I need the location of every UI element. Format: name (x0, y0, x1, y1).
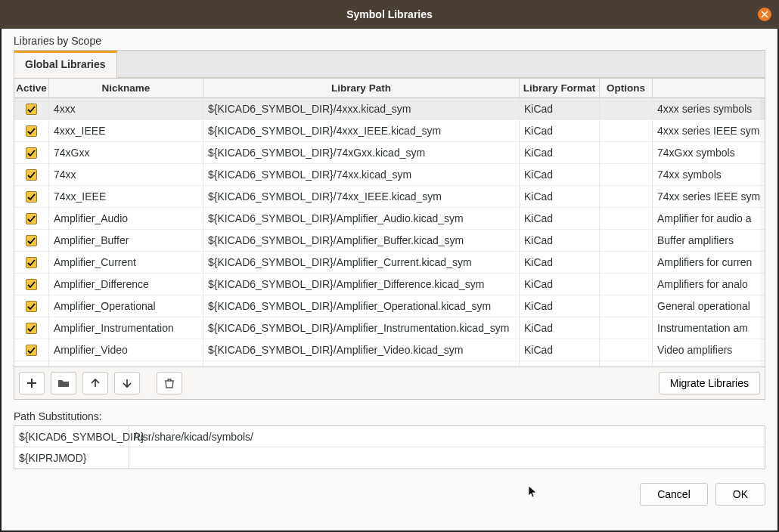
active-checkbox[interactable] (26, 323, 37, 334)
cell-path[interactable]: ${KICAD6_SYMBOL_DIR}/Amplifier_Current.k… (203, 252, 520, 273)
cell-options[interactable] (600, 361, 653, 367)
browse-button[interactable] (51, 372, 76, 394)
table-row[interactable]: 74xx${KICAD6_SYMBOL_DIR}/74xx.kicad_symK… (14, 164, 765, 186)
active-checkbox[interactable] (26, 104, 37, 115)
cell-description[interactable]: Amplifier for audio a (653, 208, 765, 229)
cell-options[interactable] (600, 339, 653, 360)
table-body[interactable]: 4xxx${KICAD6_SYMBOL_DIR}/4xxx.kicad_symK… (14, 98, 765, 367)
table-row[interactable]: Amplifier_Difference${KICAD6_SYMBOL_DIR}… (14, 274, 765, 295)
cell-nickname[interactable]: 4xxx_IEEE (49, 120, 203, 141)
table-row[interactable]: Amplifier_Instrumentation${KICAD6_SYMBOL… (14, 317, 765, 339)
cell-format[interactable]: KiCad (520, 230, 600, 251)
cell-active[interactable] (14, 208, 49, 229)
cell-active[interactable] (14, 98, 49, 119)
table-row[interactable]: 4xxx_IEEE${KICAD6_SYMBOL_DIR}/4xxx_IEEE.… (14, 120, 765, 142)
cell-description[interactable]: 74xx symbols (653, 164, 765, 185)
cell-path[interactable]: ${KICAD6_SYMBOL_DIR}/74xx.kicad_sym (203, 164, 520, 185)
scrollbar-vertical[interactable] (760, 98, 765, 367)
cell-path[interactable]: ${KICAD6_SYMBOL_DIR}/74xGxx.kicad_sym (203, 142, 520, 163)
col-header-nickname[interactable]: Nickname (49, 79, 203, 97)
move-up-button[interactable] (82, 372, 108, 394)
table-row[interactable]: 74xx_IEEE${KICAD6_SYMBOL_DIR}/74xx_IEEE.… (14, 186, 765, 208)
cell-active[interactable] (14, 252, 49, 273)
cell-path[interactable]: ${KICAD6_SYMBOL_DIR}/Amplifier_Operation… (203, 295, 520, 317)
cell-path[interactable]: ${KICAD6_SYMBOL_DIR}/Amplifier_Audio.kic… (203, 208, 520, 229)
col-header-active[interactable]: Active (14, 79, 49, 97)
cell-options[interactable] (600, 120, 653, 141)
cell-options[interactable] (600, 142, 653, 163)
active-checkbox[interactable] (26, 235, 37, 246)
active-checkbox[interactable] (26, 257, 37, 268)
cell-options[interactable] (600, 186, 653, 207)
cell-nickname[interactable]: Amplifier_Instrumentation (49, 317, 203, 339)
cell-description[interactable]: 74xx series IEEE sym (653, 186, 765, 207)
delete-row-button[interactable] (157, 372, 182, 394)
table-row[interactable]: Amplifier_Buffer${KICAD6_SYMBOL_DIR}/Amp… (14, 230, 765, 252)
cell-nickname[interactable]: 74xx_IEEE (49, 186, 203, 207)
cell-active[interactable] (14, 230, 49, 251)
substitution-key[interactable]: ${KICAD6_SYMBOL_DIR} (14, 426, 129, 447)
col-header-format[interactable]: Library Format (520, 79, 600, 97)
substitution-value[interactable] (129, 447, 765, 469)
cell-options[interactable] (600, 252, 653, 273)
active-checkbox[interactable] (26, 279, 37, 290)
cell-format[interactable]: KiCad (520, 164, 600, 185)
cell-options[interactable] (600, 230, 653, 251)
cell-format[interactable]: KiCad (520, 98, 600, 119)
cell-options[interactable] (600, 98, 653, 119)
cell-nickname[interactable]: 74xGxx (49, 142, 203, 163)
close-button[interactable] (758, 8, 771, 21)
cell-path[interactable]: ${KICAD6_SYMBOL_DIR}/4xxx.kicad_sym (203, 98, 520, 119)
cell-active[interactable] (14, 186, 49, 207)
cancel-button[interactable]: Cancel (640, 483, 708, 506)
cell-active[interactable] (14, 361, 49, 367)
active-checkbox[interactable] (26, 125, 37, 137)
cell-nickname[interactable]: 74xx (49, 164, 203, 185)
table-row[interactable]: Analog${KICAD6_SYMBOL_DIR}/Analog.kicad_… (14, 361, 765, 367)
cell-options[interactable] (600, 208, 653, 229)
substitution-value[interactable]: /usr/share/kicad/symbols/ (129, 426, 765, 447)
cell-nickname[interactable]: Amplifier_Difference (49, 274, 203, 295)
cell-active[interactable] (14, 274, 49, 295)
cell-path[interactable]: ${KICAD6_SYMBOL_DIR}/74xx_IEEE.kicad_sym (203, 186, 520, 207)
ok-button[interactable]: OK (715, 483, 765, 506)
active-checkbox[interactable] (26, 345, 37, 356)
cell-description[interactable]: 74xGxx symbols (653, 142, 765, 163)
cell-active[interactable] (14, 339, 49, 360)
substitution-row[interactable]: ${KICAD6_SYMBOL_DIR}/usr/share/kicad/sym… (14, 426, 765, 447)
cell-description[interactable]: Video amplifiers (653, 339, 765, 360)
cell-format[interactable]: KiCad (520, 208, 600, 229)
cell-path[interactable]: ${KICAD6_SYMBOL_DIR}/Amplifier_Buffer.ki… (203, 230, 520, 251)
migrate-libraries-button[interactable]: Migrate Libraries (659, 372, 760, 394)
substitution-row[interactable]: ${KIPRJMOD} (14, 447, 765, 469)
cell-description[interactable]: General operational (653, 295, 765, 317)
cell-active[interactable] (14, 164, 49, 185)
active-checkbox[interactable] (26, 191, 37, 203)
cell-format[interactable]: KiCad (520, 274, 600, 295)
cell-nickname[interactable]: Amplifier_Buffer (49, 230, 203, 251)
cell-options[interactable] (600, 317, 653, 339)
cell-description[interactable]: Instrumentation am (653, 317, 765, 339)
table-row[interactable]: Amplifier_Current${KICAD6_SYMBOL_DIR}/Am… (14, 252, 765, 274)
cell-format[interactable]: KiCad (520, 252, 600, 273)
cell-path[interactable]: ${KICAD6_SYMBOL_DIR}/Amplifier_Differenc… (203, 274, 520, 295)
cell-description[interactable]: Buffer amplifiers (653, 230, 765, 251)
cell-format[interactable]: KiCad (520, 120, 600, 141)
add-row-button[interactable] (19, 372, 45, 394)
active-checkbox[interactable] (26, 169, 37, 181)
cell-active[interactable] (14, 120, 49, 141)
cell-format[interactable]: KiCad (520, 142, 600, 163)
cell-format[interactable]: KiCad (520, 317, 600, 339)
cell-active[interactable] (14, 317, 49, 339)
cell-path[interactable]: ${KICAD6_SYMBOL_DIR}/4xxx_IEEE.kicad_sym (203, 120, 520, 141)
cell-description[interactable]: 4xxx series IEEE sym (653, 120, 765, 141)
cell-description[interactable]: Amplifiers for curren (653, 252, 765, 273)
table-row[interactable]: Amplifier_Operational${KICAD6_SYMBOL_DIR… (14, 295, 765, 317)
cell-format[interactable]: KiCad (520, 361, 600, 367)
cell-path[interactable]: ${KICAD6_SYMBOL_DIR}/Amplifier_Instrumen… (203, 317, 520, 339)
cell-description[interactable]: Miscellaneous analo (653, 361, 765, 367)
cell-description[interactable]: 4xxx series symbols (653, 98, 765, 119)
cell-format[interactable]: KiCad (520, 186, 600, 207)
cell-options[interactable] (600, 295, 653, 317)
cell-active[interactable] (14, 142, 49, 163)
